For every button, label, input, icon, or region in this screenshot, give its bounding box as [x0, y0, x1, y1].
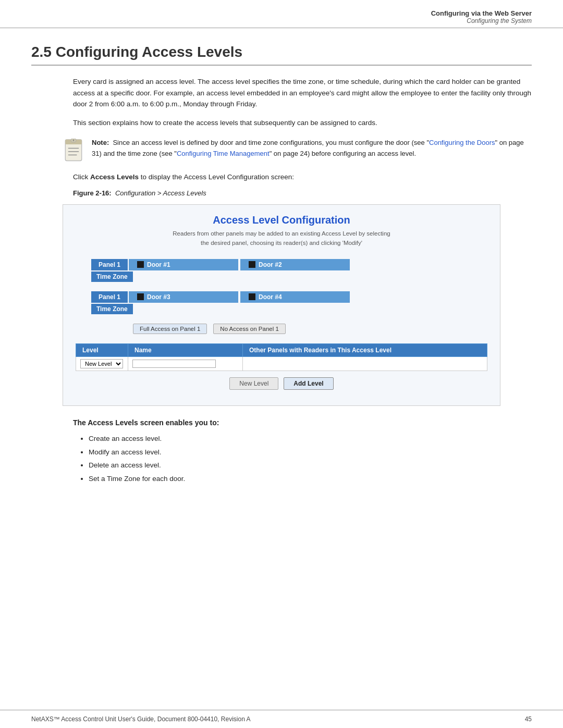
bullet-list: Create an access level. Modify an access…: [89, 432, 532, 486]
screenshot-box: Access Level Configuration Readers from …: [63, 204, 500, 406]
footer-left: NetAXS™ Access Control Unit User's Guide…: [31, 715, 251, 723]
note-label: Note:: [92, 139, 109, 146]
add-level-button[interactable]: Add Level: [284, 377, 333, 390]
col-name: Name: [128, 343, 243, 356]
door3-checkbox[interactable]: [137, 293, 144, 300]
no-access-button[interactable]: No Access on Panel 1: [213, 324, 286, 334]
level-name-input[interactable]: [132, 360, 216, 368]
col-other: Other Panels with Readers in This Access…: [243, 343, 487, 356]
enables-heading: The Access Levels screen enables you to:: [73, 418, 532, 427]
configuring-time-link[interactable]: Configuring Time Management: [177, 150, 270, 157]
note-text: Note: Since an access level is defined b…: [92, 138, 532, 159]
col-level: Level: [76, 343, 128, 356]
header-sub-title: Configuring the System: [431, 17, 532, 24]
bottom-buttons: New Level Add Level: [76, 377, 487, 390]
door3-label: Door #3: [147, 293, 170, 301]
door2-label: Door #2: [259, 261, 282, 268]
panel-row-2: Panel 1 Door #3 Door #4 Time Zone: [76, 291, 487, 314]
name-cell[interactable]: [128, 356, 243, 371]
timezone2-label: Time Zone: [91, 304, 133, 314]
panel1-label: Panel 1: [91, 259, 128, 270]
paragraph-2: This section explains how to create the …: [73, 117, 532, 129]
paragraph-1: Every card is assigned an access level. …: [73, 76, 532, 110]
page-header: Configuring via the Web Server Configuri…: [0, 0, 563, 28]
door2-checkbox[interactable]: [249, 261, 255, 268]
click-instruction: Click Access Levels to display the Acces…: [73, 173, 532, 181]
timezone-row-1: Time Zone: [91, 272, 487, 282]
access-buttons-row: Full Access on Panel 1 No Access on Pane…: [133, 324, 487, 334]
list-item: Delete an access level.: [89, 459, 532, 472]
page-footer: NetAXS™ Access Control Unit User's Guide…: [0, 710, 563, 728]
main-content: 2.5 Configuring Access Levels Every card…: [0, 28, 563, 710]
level-table: Level Name Other Panels with Readers in …: [76, 343, 487, 371]
figure-caption: Figure 2-16: Configuration > Access Leve…: [73, 189, 532, 197]
door4-cell[interactable]: Door #4: [240, 291, 350, 303]
table-row: New Level: [76, 356, 487, 371]
list-item: Create an access level.: [89, 432, 532, 446]
full-access-button[interactable]: Full Access on Panel 1: [133, 324, 207, 334]
door1-cell[interactable]: Door #1: [129, 259, 238, 270]
door1-label: Door #1: [147, 261, 170, 268]
other-panels-cell: [243, 356, 487, 371]
panel-row-1: Panel 1 Door #1 Door #2 Time Zone: [76, 259, 487, 282]
screen-title: Access Level Configuration: [76, 214, 487, 226]
footer-right: 45: [525, 715, 532, 723]
door4-checkbox[interactable]: [249, 293, 255, 300]
new-level-button[interactable]: New Level: [229, 377, 278, 390]
note-icon: [63, 139, 84, 164]
door4-label: Door #4: [259, 293, 282, 301]
door1-checkbox[interactable]: [137, 261, 144, 268]
door2-cell[interactable]: Door #2: [240, 259, 350, 270]
level-dropdown[interactable]: New Level: [80, 359, 123, 368]
list-item: Set a Time Zone for each door.: [89, 472, 532, 486]
timezone-row-2: Time Zone: [91, 304, 487, 314]
door3-cell[interactable]: Door #3: [129, 291, 238, 303]
screen-subtitle: Readers from other panels may be added t…: [76, 229, 487, 248]
note-box: Note: Since an access level is defined b…: [63, 138, 532, 164]
timezone1-label: Time Zone: [91, 272, 133, 282]
panel2-label: Panel 1: [91, 291, 128, 303]
level-cell[interactable]: New Level: [76, 356, 128, 371]
header-main-title: Configuring via the Web Server: [431, 9, 532, 17]
svg-point-6: [73, 140, 75, 141]
configuring-doors-link[interactable]: Configuring the Doors: [429, 139, 495, 146]
list-item: Modify an access level.: [89, 446, 532, 459]
chapter-heading: 2.5 Configuring Access Levels: [31, 44, 532, 66]
